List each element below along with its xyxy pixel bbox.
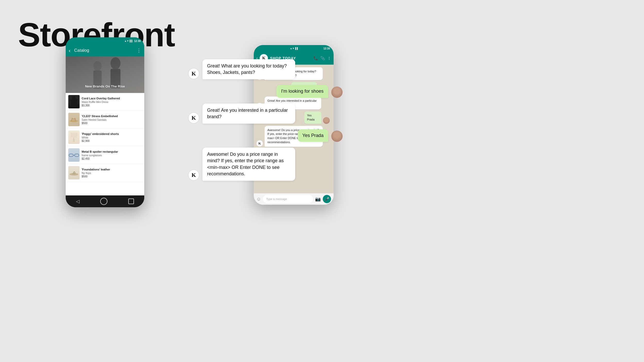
mic-button[interactable]: 🎤 [323, 195, 331, 203]
product-price: $3,300 [82, 104, 142, 107]
home-nav-button[interactable] [100, 198, 107, 205]
large-bot-message: Great! Are you interested in a particula… [202, 104, 295, 124]
list-item[interactable]: 'CLEO' Strass Embellished Satin Heeled S… [66, 111, 144, 128]
large-bot-avatar: K [188, 68, 199, 79]
product-info: Cord Lace Overlay Gathered Waist Ruffle … [82, 97, 142, 107]
large-bot-message: Great! What are you looking for today? S… [202, 59, 295, 79]
chat-input-field[interactable]: Type a message [263, 195, 313, 203]
product-info: 'Peggy' embroidered shorts White $2,900 [82, 132, 142, 142]
svg-rect-9 [69, 154, 73, 157]
list-item[interactable]: 'Peggy' embroidered shorts White $2,900 [66, 128, 144, 146]
menu-dots-icon[interactable]: ⋮ [137, 48, 141, 53]
product-name: 'CLEO' Strass Embellished [82, 114, 142, 118]
banner-text: New Brands On The Rise [66, 84, 144, 88]
large-bubble-row: K Great! Are you interested in a particu… [188, 104, 343, 124]
svg-point-14 [70, 173, 78, 176]
catalog-toolbar: ‹ Catalog ⋮ [66, 45, 144, 56]
back-arrow-icon[interactable]: ‹ [69, 48, 71, 54]
product-info: Metal B spoiler rectangular frame sungla… [82, 150, 142, 160]
flipflop-icon [69, 170, 79, 176]
svg-point-1 [111, 57, 121, 69]
large-bubble-row: K Great! What are you looking for today?… [188, 59, 343, 79]
svg-line-12 [69, 154, 69, 155]
product-price: $2,450 [82, 157, 142, 160]
left-phone: ▲▼ ▌▌ 12:30 ‹ Catalog ⋮ New Brands On Th… [66, 37, 144, 207]
product-price: $500 [82, 175, 142, 178]
list-item[interactable]: Metal B spoiler rectangular frame sungla… [66, 146, 144, 164]
status-icons-right: ▲▼ ▌▌ [290, 47, 299, 50]
product-info: 'CLEO' Strass Embellished Satin Heeled S… [82, 114, 142, 124]
product-name: Metal B spoiler rectangular [82, 150, 142, 153]
list-item[interactable]: 'Foundations' leather flip flops $500 [66, 164, 144, 182]
product-subtitle: frame sunglasses [82, 154, 142, 157]
chat-input-bar: ☺ Type a message 📷 🎤 [254, 193, 334, 205]
product-subtitle: flip flops [82, 172, 142, 175]
time-left: 12:30 [134, 40, 141, 42]
list-item[interactable]: Cord Lace Overlay Gathered Waist Ruffle … [66, 93, 144, 111]
svg-rect-10 [75, 154, 79, 157]
back-nav-button[interactable]: ◁ [76, 199, 80, 204]
product-price: $2,900 [82, 140, 142, 142]
large-bot-message: Awesome! Do you a price range in mind? I… [202, 148, 295, 181]
dress-icon [70, 96, 78, 107]
sunglasses-icon [69, 152, 79, 158]
shorts-icon [70, 133, 78, 142]
wifi-icon: ▲▼ [124, 40, 129, 42]
catalog-screen: New Brands On The Rise Cord Lace Overlay… [66, 56, 144, 195]
wifi-icon: ▲▼ [290, 47, 294, 50]
svg-point-3 [93, 61, 101, 71]
camera-button[interactable]: 📷 [315, 196, 321, 202]
large-bubble-row: K Awesome! Do you a price range in mind?… [188, 148, 343, 181]
product-name: 'Peggy' embroidered shorts [82, 132, 142, 136]
large-user-message: I'm looking for shoes [276, 85, 328, 98]
product-subtitle: Waist Ruffle Mini Dress [82, 101, 142, 104]
sandal-icon [69, 117, 79, 122]
mic-icon: 🎤 [325, 197, 329, 201]
recents-nav-button[interactable] [128, 199, 134, 204]
status-icons-left: ▲▼ ▌▌ [124, 40, 133, 42]
large-bubble-row: Yes Prada [188, 129, 343, 142]
signal-icon: ▌▌ [130, 40, 133, 42]
large-bot-avatar: K [188, 112, 199, 124]
input-placeholder: Type a message [266, 197, 287, 201]
product-image [68, 148, 80, 162]
emoji-button[interactable]: ☺ [256, 196, 261, 202]
signal-icon: ▌▌ [295, 47, 299, 50]
chat-bubbles-area: K Great! What are you looking for today?… [188, 59, 343, 186]
large-bubble-row: I'm looking for shoes [188, 85, 343, 98]
product-image [68, 113, 80, 126]
svg-point-5 [70, 120, 78, 122]
time-right: 12:30 [323, 47, 330, 50]
catalog-title: Catalog [74, 48, 137, 53]
android-nav-bar: ◁ [66, 195, 144, 207]
large-user-avatar [331, 131, 343, 142]
large-user-avatar [331, 87, 343, 98]
product-name: 'Foundations' leather [82, 168, 142, 171]
product-info: 'Foundations' leather flip flops $500 [82, 168, 142, 178]
status-bar-left: ▲▼ ▌▌ 12:30 [66, 37, 144, 45]
large-bot-avatar: K [188, 169, 199, 181]
large-user-message: Yes Prada [298, 129, 328, 142]
product-image [68, 95, 80, 108]
product-subtitle: White [82, 136, 142, 139]
catalog-banner: New Brands On The Rise [66, 56, 144, 93]
product-subtitle: Satin Heeled Sandals [82, 118, 142, 121]
product-list[interactable]: Cord Lace Overlay Gathered Waist Ruffle … [66, 93, 144, 195]
product-image [68, 166, 80, 179]
product-name: Cord Lace Overlay Gathered [82, 97, 142, 100]
product-image [68, 131, 80, 144]
product-price: $500 [82, 122, 142, 125]
status-bar-right: ▲▼ ▌▌ 12:30 [254, 45, 334, 52]
